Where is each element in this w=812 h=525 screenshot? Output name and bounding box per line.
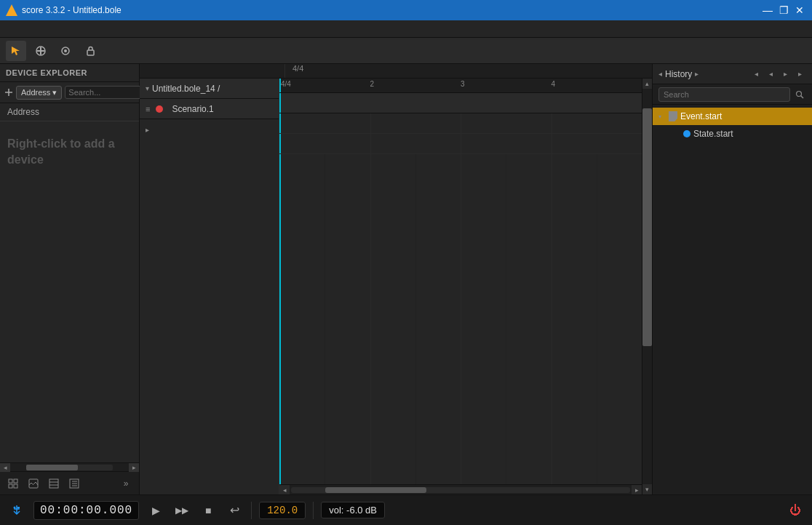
scenario-track-row[interactable] xyxy=(279,113,642,134)
history-tree: ▾ Event.start State.start xyxy=(653,105,812,494)
ruler-mark-2: 2 xyxy=(370,80,375,88)
minimize-button[interactable]: — xyxy=(761,4,774,17)
de-horizontal-scrollbar[interactable]: ◂ ▸ xyxy=(0,462,139,471)
history-title-area: ◂ History ▸ xyxy=(658,69,698,79)
history-search-button[interactable] xyxy=(793,88,806,101)
event-start-icon xyxy=(669,111,677,121)
score-title-track-row xyxy=(279,93,642,113)
svg-marker-0 xyxy=(12,47,20,55)
de-icons-bar: » xyxy=(0,471,139,494)
score-vertical-scrollbar[interactable]: ▴ ▾ xyxy=(642,79,652,494)
history-search-input[interactable] xyxy=(658,87,790,102)
transport-sep2 xyxy=(313,502,314,519)
svg-rect-13 xyxy=(9,484,12,488)
lock-tool-button[interactable] xyxy=(80,41,100,61)
history-tree-expand-arrow: ▾ xyxy=(658,113,666,120)
history-title-text: History xyxy=(665,69,692,79)
score-horizontal-scrollbar[interactable]: ◂ ▸ xyxy=(279,484,642,494)
history-header: ◂ History ▸ ◂ ◂ ▸ ▸ xyxy=(653,64,812,84)
device-explorer-header: DEVICE EXPLORER xyxy=(0,64,139,82)
select-tool-button[interactable] xyxy=(6,41,26,61)
empty-tracks-area xyxy=(279,154,642,484)
stop-button[interactable]: ■ xyxy=(199,501,218,520)
de-filter-dropdown[interactable]: Address ▾ xyxy=(16,86,62,100)
score-title-bar: ▾ Untitled.bole_14 / xyxy=(140,79,279,99)
score-scroll-right[interactable]: ▸ xyxy=(632,485,642,495)
timeline-cursor-title xyxy=(279,93,281,113)
score-scroll-down[interactable]: ▾ xyxy=(642,484,652,494)
grid-line-3 xyxy=(461,93,461,113)
time-sig-area xyxy=(146,64,285,78)
app-title: score 3.3.2 - Untitled.bole xyxy=(22,5,122,15)
de-scroll-left[interactable]: ◂ xyxy=(0,463,10,472)
svg-point-23 xyxy=(797,91,802,96)
usb-button[interactable] xyxy=(7,501,26,520)
ruler-header: 4/4 xyxy=(285,64,646,79)
main-area: DEVICE EXPLORER Address ▾ Address Right-… xyxy=(0,64,812,494)
de-content-area: Right-click to add a device xyxy=(0,121,139,462)
history-prev-btn[interactable]: ◂ xyxy=(749,68,763,81)
score-scroll-thumb-v[interactable] xyxy=(642,108,652,345)
state-start-icon xyxy=(683,130,690,137)
tempo-bar: 4/4 xyxy=(140,64,652,79)
maximize-button[interactable]: ❐ xyxy=(777,4,790,17)
score-scroll-left[interactable]: ◂ xyxy=(279,485,290,495)
history-search-bar xyxy=(653,84,812,105)
score-scroll-thumb[interactable] xyxy=(325,487,427,493)
history-nav-buttons: ◂ ◂ ▸ ▸ xyxy=(749,68,806,81)
score-scroll-up[interactable]: ▴ xyxy=(642,79,652,89)
add-tool-button[interactable] xyxy=(31,41,51,61)
device-explorer-toolbar: Address ▾ xyxy=(0,82,139,103)
de-address-item[interactable]: Address xyxy=(0,103,139,121)
timeline-cursor-scenario xyxy=(279,113,281,133)
history-event-start-label: Event.start xyxy=(680,111,722,121)
de-scroll-thumb[interactable] xyxy=(26,465,78,470)
score-left-column: ▾ Untitled.bole_14 / ≡ Scenario.1 ▸ xyxy=(140,79,279,494)
fast-forward-button[interactable]: ▶▶ xyxy=(172,501,191,520)
time-signature: 4/4 xyxy=(291,64,303,79)
history-event-start[interactable]: ▾ Event.start xyxy=(653,108,812,125)
de-scroll-right[interactable]: ▸ xyxy=(129,463,139,472)
de-list-icon-btn[interactable] xyxy=(65,475,83,492)
sub-track-row xyxy=(279,134,642,154)
de-image-icon-btn[interactable] xyxy=(25,475,42,492)
history-state-start[interactable]: State.start xyxy=(653,125,812,143)
history-left-arrow: ◂ xyxy=(658,70,662,78)
timecode-display: 00:00:00.000 xyxy=(33,501,139,520)
svg-rect-12 xyxy=(14,479,17,483)
de-table-icon-btn[interactable] xyxy=(45,475,63,492)
history-prev2-btn[interactable]: ◂ xyxy=(764,68,777,81)
svg-rect-14 xyxy=(14,484,17,488)
score-editor-area: 4/4 ▾ Untitled.bole_14 / ≡ Scenario.1 xyxy=(140,64,652,494)
return-button[interactable]: ↩ xyxy=(225,501,244,520)
score-scroll-track[interactable] xyxy=(291,487,630,493)
de-more-btn[interactable]: » xyxy=(117,475,135,492)
power-button[interactable]: ⏻ xyxy=(786,501,805,520)
svg-line-24 xyxy=(801,95,804,98)
list-expand-icon: ≡ xyxy=(146,105,150,113)
de-grid-icon-btn[interactable] xyxy=(4,475,22,492)
svg-rect-16 xyxy=(49,479,58,488)
snap-tool-button[interactable] xyxy=(55,41,76,61)
timeline-cursor-sub xyxy=(279,134,281,153)
volume-display: vol: -6.0 dB xyxy=(321,502,385,518)
ruler-mark-4: 4 xyxy=(552,80,556,88)
svg-point-5 xyxy=(64,49,67,52)
svg-rect-6 xyxy=(87,50,94,55)
play-button[interactable]: ▶ xyxy=(146,501,165,520)
de-add-button[interactable] xyxy=(4,85,13,100)
titlebar: score 3.3.2 - Untitled.bole — ❐ ✕ xyxy=(0,0,812,20)
grid-line-4 xyxy=(552,93,552,113)
close-button[interactable]: ✕ xyxy=(793,4,806,17)
score-right-column: 4/4 2 3 4 xyxy=(279,79,642,494)
scenario-row: ≡ Scenario.1 xyxy=(140,99,279,119)
score-scroll-track-v[interactable] xyxy=(642,89,652,484)
scenario-name: Scenario.1 xyxy=(172,104,213,114)
history-next2-btn[interactable]: ▸ xyxy=(793,68,806,81)
transport-bar: 00:00:00.000 ▶ ▶▶ ■ ↩ 120.0 vol: -6.0 dB… xyxy=(0,494,812,525)
app-icon xyxy=(6,4,17,16)
device-explorer-panel: DEVICE EXPLORER Address ▾ Address Right-… xyxy=(0,64,140,494)
history-next-btn[interactable]: ▸ xyxy=(779,68,792,81)
toolbar xyxy=(0,38,812,64)
svg-point-25 xyxy=(14,506,16,508)
